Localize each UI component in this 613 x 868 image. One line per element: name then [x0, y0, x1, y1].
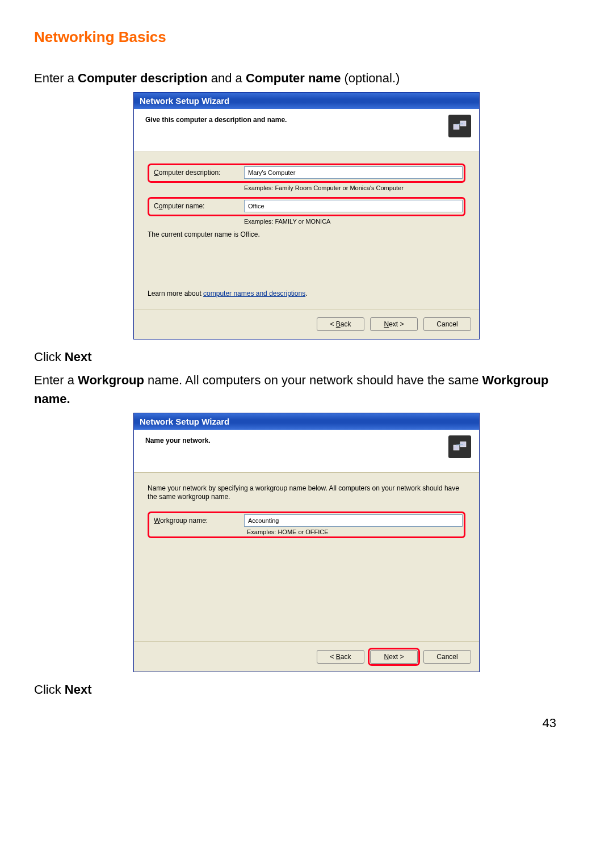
- click-next-1: Click Next: [34, 347, 579, 366]
- highlight-name-row: Computer name:: [148, 197, 465, 216]
- computer-description-input[interactable]: [244, 166, 463, 179]
- dialog-header-text: Name your network.: [145, 435, 211, 445]
- instruction-2: Enter a Workgroup name. All computers on…: [34, 371, 579, 408]
- svg-rect-0: [454, 124, 459, 129]
- cancel-button[interactable]: Cancel: [423, 317, 471, 331]
- learn-more-line: Learn more about computer names and desc…: [148, 290, 465, 297]
- text-part: Click: [34, 350, 65, 364]
- dialog-footer: < Back Next > Cancel: [134, 309, 479, 339]
- dialog-header-text: Give this computer a description and nam…: [145, 115, 287, 124]
- text-part: Enter a: [34, 71, 78, 85]
- computer-description-hint: Examples: Family Room Computer or Monica…: [244, 184, 404, 191]
- svg-rect-2: [454, 445, 459, 450]
- page-title: Networking Basics: [34, 28, 579, 46]
- click-next-2: Click Next: [34, 680, 579, 699]
- computer-description-label: Computer description:: [150, 167, 244, 178]
- dialog-footer: < Back Next > Cancel: [134, 642, 479, 672]
- text-bold: Computer name: [246, 71, 341, 85]
- page-number: 43: [34, 716, 579, 731]
- learn-suffix: .: [305, 290, 307, 297]
- learn-more-link[interactable]: computer names and descriptions: [203, 290, 305, 297]
- dialog-body: Name your network by specifying a workgr…: [134, 473, 479, 642]
- dialog-titlebar: Network Setup Wizard: [134, 413, 479, 430]
- network-wizard-dialog-1: Network Setup Wizard Give this computer …: [133, 92, 480, 339]
- text-bold: Next: [65, 350, 92, 364]
- back-button[interactable]: < Back: [317, 317, 364, 331]
- back-button[interactable]: < Back: [317, 650, 364, 664]
- current-computer-name-text: The current computer name is Office.: [148, 230, 465, 238]
- text-part: Enter a: [34, 373, 78, 387]
- text-part: (optional.): [341, 71, 400, 85]
- text-part: and a: [208, 71, 246, 85]
- next-button[interactable]: Next >: [370, 317, 418, 331]
- dialog-header: Give this computer a description and nam…: [134, 109, 479, 152]
- computer-name-label: Computer name:: [150, 201, 244, 211]
- svg-rect-3: [460, 442, 466, 447]
- svg-rect-1: [460, 121, 466, 126]
- workgroup-name-hint: Examples: HOME or OFFICE: [247, 528, 329, 535]
- text-bold: Workgroup: [78, 373, 144, 387]
- cancel-button[interactable]: Cancel: [423, 650, 471, 664]
- network-icon: [448, 115, 471, 137]
- text-bold: Next: [65, 682, 92, 697]
- network-wizard-dialog-2: Network Setup Wizard Name your network. …: [133, 413, 480, 672]
- text-part: name. All computers on your network shou…: [144, 373, 482, 387]
- next-button[interactable]: Next >: [370, 650, 418, 664]
- computer-name-hint: Examples: FAMILY or MONICA: [244, 217, 330, 225]
- network-icon: [448, 435, 471, 458]
- highlight-desc-row: Computer description:: [148, 163, 465, 183]
- workgroup-name-input[interactable]: [244, 514, 463, 527]
- text-bold: Computer description: [78, 71, 208, 85]
- workgroup-instruction-text: Name your network by specifying a workgr…: [148, 484, 465, 501]
- learn-prefix: Learn more about: [148, 290, 203, 297]
- label-text: omputer description:: [159, 169, 221, 177]
- workgroup-name-label: Workgroup name:: [150, 515, 244, 526]
- text-part: Click: [34, 682, 65, 697]
- instruction-1: Enter a Computer description and a Compu…: [34, 69, 579, 87]
- dialog-body: Computer description: Examples: Family R…: [134, 152, 479, 309]
- dialog-titlebar: Network Setup Wizard: [134, 93, 479, 109]
- dialog-header: Name your network.: [134, 430, 479, 473]
- highlight-workgroup-row: Workgroup name: Examples: HOME or OFFICE: [148, 511, 465, 538]
- computer-name-input[interactable]: [244, 200, 463, 212]
